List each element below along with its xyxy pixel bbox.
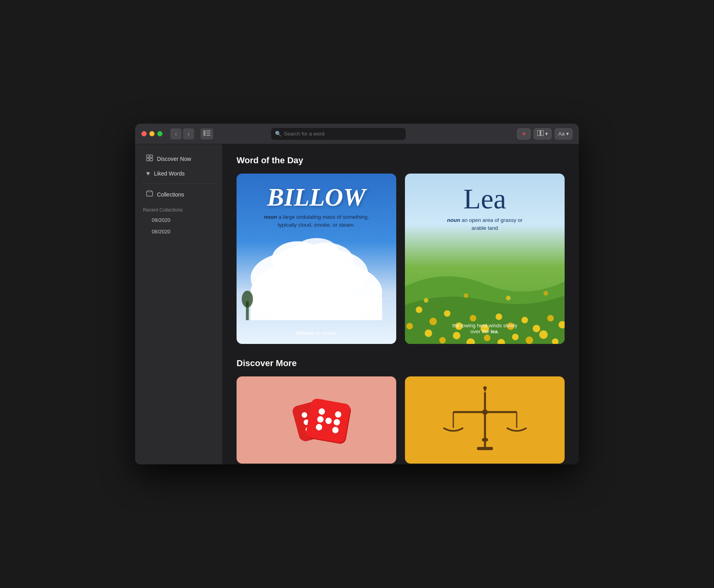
svg-point-38 bbox=[484, 335, 491, 342]
billow-word: BILLOW bbox=[267, 185, 366, 210]
traffic-lights bbox=[141, 131, 162, 136]
search-input[interactable] bbox=[284, 131, 402, 137]
svg-point-47 bbox=[464, 293, 468, 298]
billow-cloud-illustration bbox=[237, 241, 396, 320]
font-chevron: ▾ bbox=[566, 131, 569, 137]
search-icon: 🔍 bbox=[275, 131, 281, 137]
dice-illustration bbox=[237, 376, 396, 464]
svg-rect-3 bbox=[206, 135, 210, 136]
svg-point-46 bbox=[424, 298, 428, 303]
back-icon: ‹ bbox=[175, 131, 177, 137]
layout-chevron: ▾ bbox=[545, 131, 548, 137]
svg-point-35 bbox=[439, 337, 446, 344]
svg-point-25 bbox=[444, 310, 451, 317]
sidebar-item-aug2020[interactable]: 08/2020 bbox=[135, 226, 222, 237]
billow-example: billows of smoke bbox=[237, 330, 396, 336]
lea-definition: noun an open area of grassy orarable lan… bbox=[447, 216, 523, 233]
word-of-day-title: Word of the Day bbox=[237, 155, 565, 166]
content-area: Word of the Day BILLOW noun a large undu… bbox=[222, 144, 579, 464]
collections-icon bbox=[146, 190, 153, 199]
svg-rect-71 bbox=[477, 447, 493, 450]
app-window: ‹ › 🔍 ♥ bbox=[135, 124, 579, 464]
sidebar-item-liked[interactable]: ♥ Liked Words bbox=[138, 167, 219, 180]
svg-point-49 bbox=[544, 291, 548, 296]
layout-button[interactable]: ▾ bbox=[534, 128, 552, 139]
sidebar-icon bbox=[203, 130, 210, 137]
sep2020-label: 09/2020 bbox=[152, 217, 170, 223]
liked-words-button[interactable]: ♥ bbox=[517, 128, 531, 139]
svg-point-27 bbox=[470, 315, 477, 322]
svg-rect-1 bbox=[206, 130, 210, 132]
discover-more-title: Discover More bbox=[237, 358, 565, 368]
billow-card[interactable]: BILLOW noun a large undulating mass of s… bbox=[237, 174, 396, 344]
scales-illustration bbox=[405, 376, 565, 464]
back-button[interactable]: ‹ bbox=[170, 128, 181, 139]
font-button[interactable]: Aa ▾ bbox=[555, 128, 573, 139]
search-bar[interactable]: 🔍 bbox=[271, 128, 406, 140]
sidebar-divider bbox=[141, 183, 216, 184]
svg-point-18 bbox=[293, 238, 340, 271]
svg-rect-11 bbox=[147, 191, 152, 192]
discover-icon bbox=[146, 155, 153, 163]
titlebar-right: ♥ ▾ Aa ▾ bbox=[517, 128, 573, 139]
discover-more-cards bbox=[237, 376, 565, 464]
svg-rect-6 bbox=[147, 155, 149, 158]
svg-rect-5 bbox=[541, 130, 544, 136]
word-of-day-cards: BILLOW noun a large undulating mass of s… bbox=[237, 174, 565, 344]
close-button[interactable] bbox=[141, 131, 147, 136]
liked-icon: ♥ bbox=[146, 170, 150, 177]
maximize-button[interactable] bbox=[157, 131, 162, 136]
sidebar-item-collections[interactable]: Collections bbox=[138, 187, 219, 202]
nav-buttons: ‹ › bbox=[170, 128, 194, 139]
svg-rect-4 bbox=[537, 130, 540, 136]
lea-word: Lea bbox=[464, 185, 506, 213]
recent-collections-label: Recent Collections bbox=[135, 202, 222, 214]
sidebar: Discover Now ♥ Liked Words Collections R… bbox=[135, 144, 222, 464]
forward-button[interactable]: › bbox=[183, 128, 194, 139]
discover-label: Discover Now bbox=[157, 156, 191, 162]
svg-point-33 bbox=[547, 315, 554, 322]
scales-card[interactable] bbox=[405, 376, 565, 464]
sidebar-item-discover[interactable]: Discover Now bbox=[138, 151, 219, 166]
svg-rect-10 bbox=[147, 191, 153, 196]
svg-point-23 bbox=[416, 306, 422, 313]
svg-rect-8 bbox=[147, 158, 149, 161]
sidebar-toggle-button[interactable] bbox=[200, 128, 213, 139]
svg-rect-2 bbox=[206, 133, 210, 134]
collections-label: Collections bbox=[157, 191, 184, 198]
svg-rect-19 bbox=[251, 297, 382, 320]
svg-point-29 bbox=[496, 313, 502, 320]
sidebar-item-sep2020[interactable]: 09/2020 bbox=[135, 214, 222, 226]
main-area: Discover Now ♥ Liked Words Collections R… bbox=[135, 144, 579, 464]
svg-point-48 bbox=[506, 296, 511, 300]
svg-point-73 bbox=[482, 438, 488, 442]
svg-rect-0 bbox=[203, 130, 206, 136]
minimize-button[interactable] bbox=[149, 131, 155, 136]
lea-example: the lowing herd winds slowlyover the lea… bbox=[405, 323, 565, 334]
svg-point-41 bbox=[526, 336, 533, 344]
lea-card[interactable]: Lea noun an open area of grassy orarable… bbox=[405, 174, 565, 344]
svg-rect-9 bbox=[150, 158, 153, 161]
layout-icon bbox=[537, 130, 544, 137]
svg-point-40 bbox=[512, 334, 519, 340]
svg-point-72 bbox=[482, 409, 488, 415]
svg-point-21 bbox=[242, 290, 253, 307]
heart-icon: ♥ bbox=[522, 130, 526, 137]
liked-label: Liked Words bbox=[154, 170, 185, 177]
font-label: Aa bbox=[558, 131, 565, 137]
dice-card[interactable] bbox=[237, 376, 396, 464]
titlebar: ‹ › 🔍 ♥ bbox=[135, 124, 579, 144]
forward-icon: › bbox=[188, 131, 190, 137]
aug2020-label: 08/2020 bbox=[152, 229, 170, 235]
svg-rect-7 bbox=[150, 155, 153, 158]
